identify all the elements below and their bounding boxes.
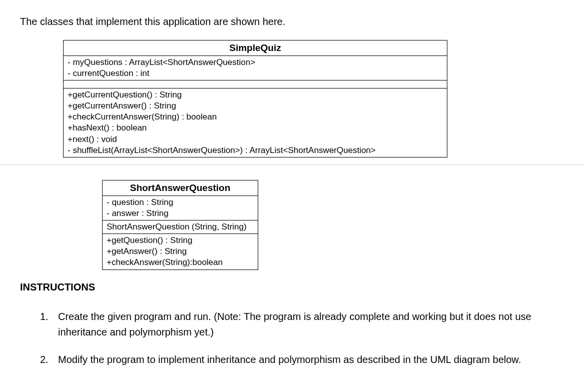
instruction-number: 1. [40, 309, 58, 340]
uml-methods: +getCurrentQuestion() : String +getCurre… [64, 88, 447, 157]
uml-method: +checkCurrentAnswer(String) : boolean [68, 112, 443, 122]
uml-attribute: - myQuestions : ArrayList<ShortAnswerQue… [68, 57, 443, 68]
uml-title: ShortAnswerQuestion [103, 180, 258, 196]
uml-method: +hasNext() : boolean [68, 122, 443, 134]
uml-attributes: - question : String - answer : String [103, 196, 258, 220]
uml-method: +getAnswer() : String [107, 246, 254, 257]
uml-method: +getCurrentQuestion() : String [68, 90, 443, 100]
uml-class-shortanswerquestion: ShortAnswerQuestion - question : String … [102, 180, 258, 270]
uml-attribute: - currentQuestion : int [68, 68, 443, 79]
uml-method: +next() : void [68, 134, 443, 145]
intro-paragraph: The classes that implement this applicat… [20, 16, 285, 28]
instruction-text: Create the given program and run. (Note:… [58, 309, 570, 340]
horizontal-separator [0, 164, 585, 165]
uml-method: +getCurrentAnswer() : String [68, 100, 443, 112]
uml-method: - shuffleList(ArrayList<ShortAnswerQuest… [68, 145, 443, 156]
uml-method: +getQuestion() : String [107, 235, 254, 246]
instruction-list: 1. Create the given program and run. (No… [40, 309, 570, 380]
uml-title: SimpleQuiz [64, 40, 447, 56]
uml-attribute: - question : String [107, 197, 254, 208]
uml-attribute: - answer : String [107, 208, 254, 219]
instruction-number: 2. [40, 352, 58, 368]
uml-method: +checkAnswer(String):boolean [107, 257, 254, 268]
uml-methods: +getQuestion() : String +getAnswer() : S… [103, 234, 258, 269]
uml-empty-section [64, 80, 447, 88]
instruction-text: Modify the program to implement inherita… [58, 352, 570, 368]
instructions-heading: INSTRUCTIONS [20, 282, 95, 293]
uml-attributes: - myQuestions : ArrayList<ShortAnswerQue… [64, 56, 447, 80]
uml-constructor: ShortAnswerQuestion (String, String) [107, 222, 254, 232]
instruction-item: 1. Create the given program and run. (No… [40, 309, 570, 340]
instruction-item: 2. Modify the program to implement inher… [40, 352, 570, 368]
uml-constructor-section: ShortAnswerQuestion (String, String) [103, 220, 258, 234]
uml-class-simplequiz: SimpleQuiz - myQuestions : ArrayList<Sho… [63, 40, 447, 158]
